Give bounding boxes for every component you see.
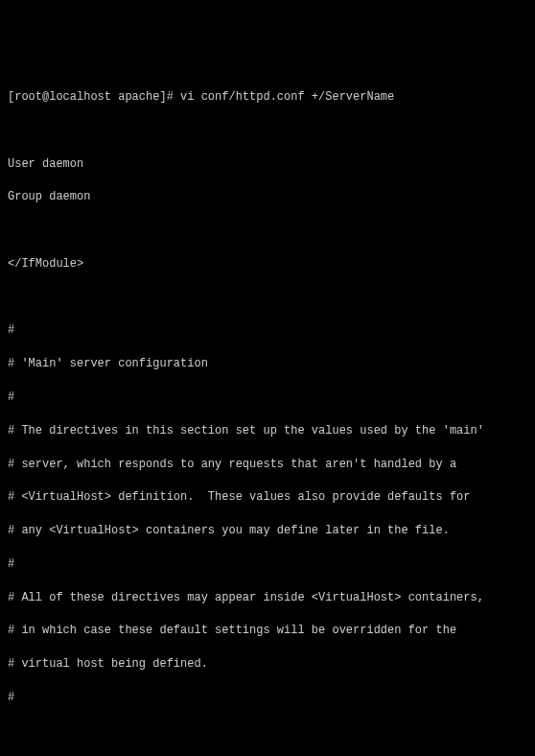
- terminal-viewport[interactable]: [root@localhost apache]# vi conf/httpd.c…: [8, 73, 527, 756]
- blank-line: [8, 290, 527, 306]
- comment-line: # server, which responds to any requests…: [8, 457, 527, 473]
- blank-line: [8, 723, 527, 740]
- blank-line: [8, 223, 527, 239]
- config-line: </IfModule>: [8, 256, 527, 272]
- comment-line: #: [8, 322, 527, 339]
- comment-line: #: [8, 690, 527, 706]
- comment-line: # <VirtualHost> definition. These values…: [8, 489, 527, 506]
- config-line: Group daemon: [8, 189, 527, 205]
- comment-line: # The directives in this section set up …: [8, 423, 527, 439]
- comment-line: # 'Main' server configuration: [8, 356, 527, 372]
- comment-line: # in which case these default settings w…: [8, 623, 527, 639]
- config-line: User daemon: [8, 156, 527, 173]
- comment-line: # any <VirtualHost> containers you may d…: [8, 523, 527, 539]
- comment-line: # virtual host being defined.: [8, 656, 527, 673]
- comment-line: #: [8, 556, 527, 573]
- blank-line: [8, 123, 527, 139]
- prompt-line: [root@localhost apache]# vi conf/httpd.c…: [8, 89, 527, 106]
- comment-line: # All of these directives may appear ins…: [8, 590, 527, 606]
- comment-line: #: [8, 390, 527, 406]
